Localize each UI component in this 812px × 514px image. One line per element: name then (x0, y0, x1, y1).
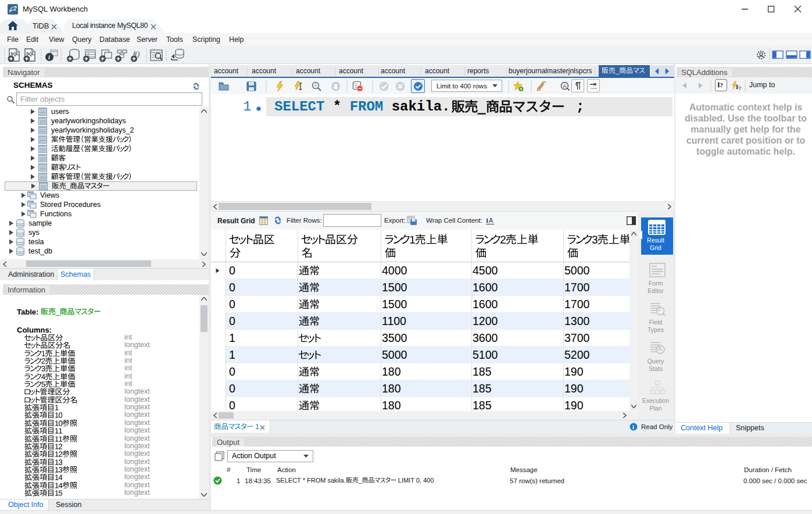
svg-text:I: I (486, 217, 488, 224)
svg-text:i: i (632, 424, 634, 430)
svg-text:A: A (489, 217, 493, 224)
svg-text:A: A (563, 83, 567, 89)
svg-text:?: ? (738, 85, 741, 91)
